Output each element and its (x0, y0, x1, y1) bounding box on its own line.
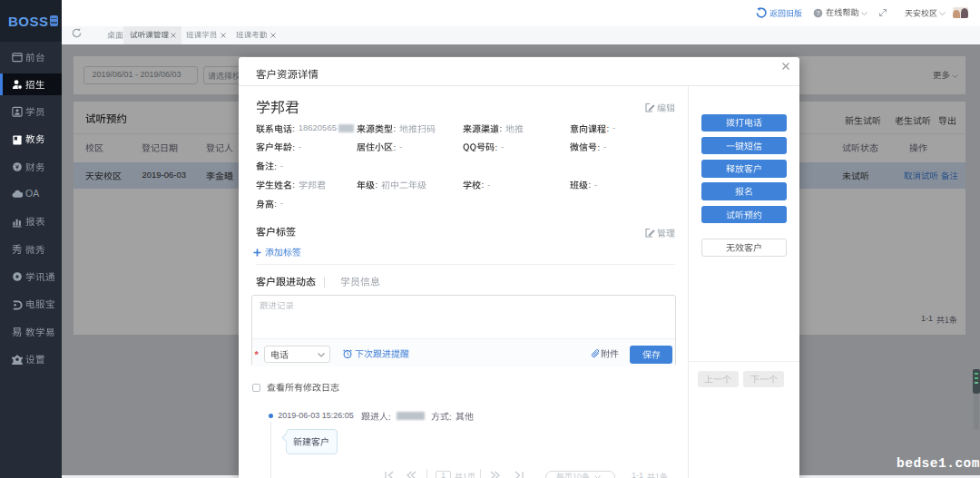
svg-text:?: ? (816, 9, 819, 17)
